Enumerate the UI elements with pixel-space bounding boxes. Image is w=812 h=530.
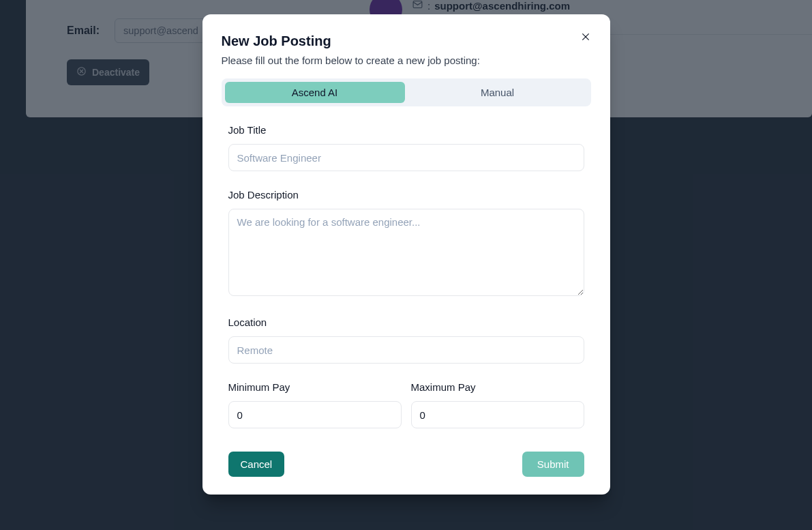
job-title-input[interactable] xyxy=(228,144,584,171)
location-label: Location xyxy=(228,316,584,328)
close-button[interactable] xyxy=(579,31,592,44)
minimum-pay-field: Minimum Pay xyxy=(228,381,402,428)
modal-header: New Job Posting Please fill out the form… xyxy=(222,33,591,66)
minimum-pay-label: Minimum Pay xyxy=(228,381,402,393)
job-description-field: Job Description xyxy=(228,189,584,299)
modal-subtitle: Please fill out the form below to create… xyxy=(222,55,591,66)
new-job-posting-modal: New Job Posting Please fill out the form… xyxy=(202,14,610,495)
maximum-pay-field: Maximum Pay xyxy=(411,381,584,428)
maximum-pay-input[interactable] xyxy=(411,401,584,428)
job-title-field: Job Title xyxy=(228,124,584,171)
submit-button[interactable]: Submit xyxy=(522,452,584,477)
minimum-pay-input[interactable] xyxy=(228,401,402,428)
modal-title: New Job Posting xyxy=(222,33,591,49)
modal-overlay[interactable]: New Job Posting Please fill out the form… xyxy=(0,0,812,530)
button-row: Cancel Submit xyxy=(222,452,591,477)
pay-row: Minimum Pay Maximum Pay xyxy=(228,381,584,428)
maximum-pay-label: Maximum Pay xyxy=(411,381,584,393)
location-input[interactable] xyxy=(228,336,584,364)
mode-tabs: Ascend AI Manual xyxy=(222,78,591,106)
close-icon xyxy=(580,31,591,44)
job-description-input[interactable] xyxy=(228,209,584,296)
tab-ascend-ai[interactable]: Ascend AI xyxy=(225,82,405,103)
job-title-label: Job Title xyxy=(228,124,584,136)
tab-manual[interactable]: Manual xyxy=(408,82,588,103)
job-description-label: Job Description xyxy=(228,189,584,201)
location-field: Location xyxy=(228,316,584,364)
cancel-button[interactable]: Cancel xyxy=(228,452,285,477)
form-fields: Job Title Job Description Location Minim… xyxy=(222,124,591,428)
